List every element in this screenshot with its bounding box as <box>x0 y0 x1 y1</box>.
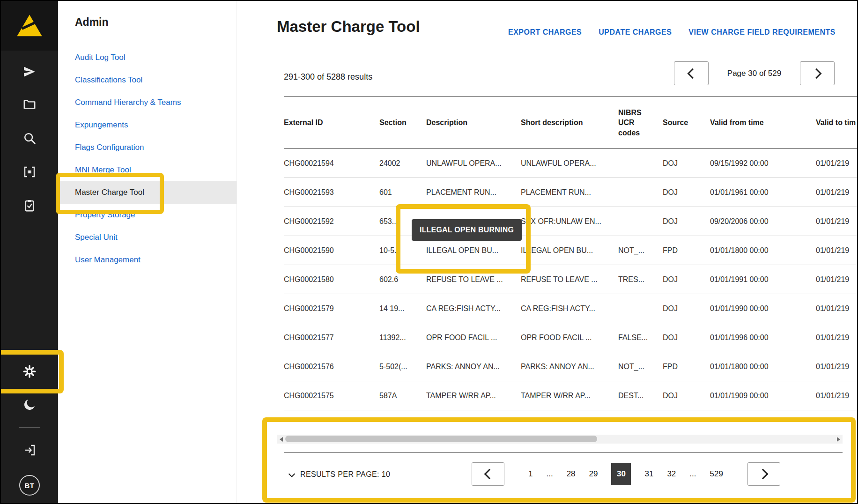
column-header-valid-from-time[interactable]: Valid from time <box>710 97 816 148</box>
column-header-source[interactable]: Source <box>663 97 710 148</box>
user-avatar[interactable]: BT <box>19 475 40 496</box>
page-number[interactable]: 29 <box>589 469 598 479</box>
table-row[interactable]: CHG00021592 653... SEX OFR:UNLAW EN... D… <box>284 207 858 236</box>
page-number[interactable]: 529 <box>710 469 723 479</box>
cell-section: 14 19... <box>379 294 426 323</box>
sidebar-item-flags-configuration[interactable]: Flags Configuration <box>58 136 237 159</box>
view-charge-field-requirements-link[interactable]: VIEW CHARGE FIELD REQUIREMENTS <box>688 28 836 37</box>
cell-nibrs <box>618 149 663 178</box>
cell-short-description: OPR FOOD FACIL ... <box>521 323 618 352</box>
results-summary: 291-300 of 5288 results <box>284 72 372 82</box>
dark-mode-button[interactable] <box>19 394 40 415</box>
page-number[interactable]: 32 <box>667 469 676 479</box>
page-number-current[interactable]: 30 <box>611 463 631 485</box>
axon-logo-icon <box>15 11 44 40</box>
column-header-external-id[interactable]: External ID <box>284 97 379 148</box>
sidebar-item-user-management[interactable]: User Management <box>58 249 237 271</box>
send-icon <box>22 65 37 79</box>
cell-valid-from: 01/01/1996 00:00 <box>710 323 816 352</box>
sidebar-item-special-unit[interactable]: Special Unit <box>58 226 237 249</box>
footer-divider <box>284 452 843 453</box>
sidebar-item-classifications-tool[interactable]: Classifications Tool <box>58 69 237 91</box>
cell-valid-to: 01/01/219 <box>816 149 858 178</box>
cell-section: 587A <box>379 381 426 410</box>
nav-tasks-button[interactable] <box>19 195 40 216</box>
cell-description: UNLAWFUL OPERA... <box>426 149 521 178</box>
cell-nibrs: NOT_... <box>618 352 663 381</box>
table-row[interactable]: CHG00021579 14 19... CA REG:FISH ACTY...… <box>284 294 858 323</box>
cell-source: FPD <box>663 352 710 381</box>
avatar-initials: BT <box>25 482 35 489</box>
export-charges-link[interactable]: EXPORT CHARGES <box>508 28 582 37</box>
sidebar-item-property-storage[interactable]: Property Storage <box>58 204 237 226</box>
sidebar-item-master-charge-tool[interactable]: Master Charge Tool <box>58 181 237 204</box>
table-row[interactable]: CHG00021580 602.6 REFUSE TO LEAVE ... RE… <box>284 265 858 294</box>
nav-scan-button[interactable] <box>19 161 40 183</box>
next-page-button[interactable] <box>800 61 835 85</box>
cell-source: FPD <box>663 236 710 265</box>
column-header-description[interactable]: Description <box>426 97 521 148</box>
scrollbar-right-arrow[interactable] <box>835 435 843 444</box>
cell-valid-from: 01/01/1800 00:00 <box>710 236 816 265</box>
sidebar-item-mni-merge-tool[interactable]: MNI Merge Tool <box>58 159 237 181</box>
chevron-right-icon <box>757 469 768 480</box>
header-actions: EXPORT CHARGES UPDATE CHARGES VIEW CHARG… <box>508 28 836 37</box>
table-row[interactable]: CHG00021594 24002 UNLAWFUL OPERA... UNLA… <box>284 149 858 178</box>
cell-short-description: PLACEMENT RUN... <box>521 178 618 207</box>
nav-files-button[interactable] <box>19 94 40 115</box>
admin-sidebar: Admin Audit Log Tool Classifications Too… <box>58 1 237 503</box>
cell-description: PLACEMENT RUN... <box>426 178 521 207</box>
cell-valid-to: 01/01/219 <box>816 236 858 265</box>
table-row[interactable]: CHG00021576 5-502(... PARKS: ANNOY AN...… <box>284 352 858 381</box>
table-row[interactable]: CHG00021593 601 PLACEMENT RUN... PLACEME… <box>284 178 858 207</box>
nav-search-button[interactable] <box>19 127 40 149</box>
column-header-valid-to-time[interactable]: Valid to tim <box>816 97 858 148</box>
table-row[interactable]: CHG00021575 587A TAMPER W/RR AP... TAMPE… <box>284 381 858 410</box>
results-per-page-select[interactable]: RESULTS PER PAGE: 10 <box>289 467 390 482</box>
column-header-nibrs-ucr-codes[interactable]: NIBRS UCR codes <box>618 97 663 148</box>
search-icon <box>22 131 37 145</box>
cell-nibrs <box>618 207 663 236</box>
logout-button[interactable] <box>19 439 40 461</box>
results-per-page-label: RESULTS PER PAGE: 10 <box>300 470 390 479</box>
prev-page-button[interactable] <box>674 61 709 85</box>
scrollbar-left-arrow[interactable] <box>277 435 285 444</box>
table-header-row: External ID Section Description Short de… <box>284 96 858 149</box>
sidebar-item-expungements[interactable]: Expungements <box>58 114 237 136</box>
update-charges-link[interactable]: UPDATE CHARGES <box>599 28 672 37</box>
settings-button[interactable] <box>19 361 40 382</box>
horizontal-scrollbar[interactable] <box>277 435 843 444</box>
scrollbar-thumb[interactable] <box>285 436 597 442</box>
cell-valid-from: 09/20/2006 00:00 <box>710 207 816 236</box>
table-row[interactable]: CHG00021577 11392... OPR FOOD FACIL ... … <box>284 323 858 352</box>
cell-valid-to: 01/01/219 <box>816 294 858 323</box>
cell-nibrs: DEST... <box>618 381 663 410</box>
column-header-section[interactable]: Section <box>379 97 426 148</box>
cell-short-description: CA REG:FISH ACTY... <box>521 294 618 323</box>
page-number[interactable]: 28 <box>567 469 576 479</box>
cell-nibrs: FALSE... <box>618 323 663 352</box>
cell-source: DOJ <box>663 207 710 236</box>
sidebar-item-command-hierarchy-teams[interactable]: Command Hierarchy & Teams <box>58 91 237 114</box>
cell-valid-from: 09/15/1992 00:00 <box>710 149 816 178</box>
cell-source: DOJ <box>663 294 710 323</box>
page-title: Master Charge Tool <box>277 18 420 36</box>
cell-external-id: CHG00021594 <box>284 149 379 178</box>
page-number[interactable]: 1 <box>528 469 533 479</box>
sidebar-item-audit-log-tool[interactable]: Audit Log Tool <box>58 46 237 69</box>
page-number[interactable]: 31 <box>644 469 653 479</box>
column-header-short-description[interactable]: Short description <box>521 97 618 148</box>
footer-prev-page-button[interactable] <box>472 462 504 486</box>
app-logo[interactable] <box>1 1 58 51</box>
footer-next-page-button[interactable] <box>747 462 780 486</box>
table-row[interactable]: CHG00021590 10-5... ILLEGAL OPEN BU... I… <box>284 236 858 265</box>
nav-send-button[interactable] <box>19 61 40 82</box>
cell-source: DOJ <box>663 178 710 207</box>
cell-short-description: UNLAWFUL OPERA... <box>521 149 618 178</box>
cell-valid-to: 01/01/219 <box>816 207 858 236</box>
cell-description: PARKS: ANNOY AN... <box>426 352 521 381</box>
page-number-list: 1 ... 28 29 30 31 32 ... 529 <box>528 462 723 486</box>
gear-icon <box>22 364 37 378</box>
cell-valid-from: 01/01/1800 00:00 <box>710 352 816 381</box>
triangle-left-icon <box>280 437 283 442</box>
